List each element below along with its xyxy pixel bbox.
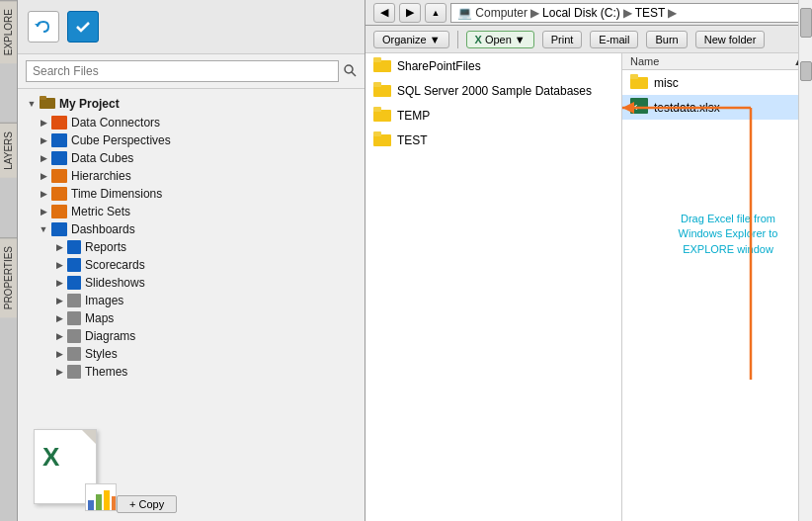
reports-icon [67, 240, 81, 254]
tree-item-cube-perspectives[interactable]: ▶ Cube Perspectives [18, 131, 365, 149]
list-item[interactable]: TEMP [365, 103, 621, 128]
path-computer: 💻 Computer [457, 6, 528, 20]
scorecards-icon [67, 258, 81, 272]
search-bar [18, 54, 365, 89]
svg-text:X: X [632, 103, 638, 112]
toolbar [18, 0, 365, 54]
column-header: Name ▲ [622, 53, 812, 70]
themes-icon [67, 365, 81, 379]
tree-item-styles[interactable]: ▶ Styles [18, 345, 365, 363]
folder-icon [373, 56, 391, 75]
layers-tab[interactable]: LAYERS [0, 123, 17, 178]
tree-item-maps[interactable]: ▶ Maps [18, 309, 365, 327]
right-scrollbar-v[interactable] [798, 53, 812, 521]
burn-button[interactable]: Burn [646, 31, 687, 48]
open-button[interactable]: X Open ▼ [466, 31, 534, 48]
list-item[interactable]: X testdata.xlsx [622, 95, 812, 120]
new-folder-button[interactable]: New folder [695, 31, 766, 48]
explore-tab[interactable]: EXPLORE [0, 0, 17, 63]
search-input[interactable] [26, 60, 339, 82]
folder-icon [373, 130, 391, 149]
hierarchies-icon [51, 169, 67, 183]
diagrams-icon [67, 329, 81, 343]
svg-rect-8 [112, 496, 116, 510]
images-icon [67, 294, 81, 307]
arrow-connector [622, 53, 812, 521]
svg-marker-0 [35, 24, 41, 27]
properties-tab[interactable]: PROPERTIES [0, 237, 17, 317]
tree-item-diagrams[interactable]: ▶ Diagrams [18, 327, 365, 345]
root-folder-icon [40, 95, 55, 112]
organize-button[interactable]: Organize ▼ [373, 31, 449, 48]
up-button[interactable]: ▲ [425, 3, 447, 23]
time-dimensions-icon [51, 187, 67, 201]
undo-button[interactable] [28, 11, 59, 43]
right-scroll-thumb[interactable] [800, 61, 812, 81]
svg-rect-5 [88, 500, 94, 510]
slideshows-icon [67, 276, 81, 290]
list-item[interactable]: TEST [365, 128, 621, 152]
tree-item-metric-sets[interactable]: ▶ Metric Sets [18, 203, 365, 220]
file-panes: SharePointFiles SQL Server 2000 Sample D… [365, 53, 812, 521]
folder-icon [373, 106, 391, 125]
path-localdisk: Local Disk (C:) [542, 6, 620, 20]
print-button[interactable]: Print [542, 31, 583, 48]
path-test: TEST [635, 6, 666, 20]
right-file-detail: Name ▲ misc X testdata.xlsx Drag Excel [622, 53, 812, 521]
tree-item-data-connectors[interactable]: ▶ Data Connectors [18, 114, 365, 131]
drag-hint: Drag Excel file from Windows Explorer to… [664, 212, 792, 257]
ribbon: Organize ▼ X Open ▼ Print E-mail Burn Ne… [365, 26, 812, 53]
ribbon-separator [457, 31, 458, 48]
excel-drag-icon[interactable]: X [34, 429, 113, 513]
svg-rect-16 [373, 131, 381, 136]
root-arrow: ▼ [26, 98, 38, 110]
tree-item-time-dimensions[interactable]: ▶ Time Dimensions [18, 185, 365, 203]
back-button[interactable]: ◀ [373, 3, 395, 23]
styles-icon [67, 347, 81, 361]
tree-item-slideshows[interactable]: ▶ Slideshows [18, 274, 365, 292]
data-cubes-icon [51, 151, 67, 165]
copy-button[interactable]: + Copy [117, 495, 177, 513]
list-item[interactable]: SharePointFiles [365, 53, 621, 78]
tree-item-hierarchies[interactable]: ▶ Hierarchies [18, 167, 365, 185]
tree-container: ▼ My Project ▶ Data Connectors ▶ Cube Pe… [18, 89, 365, 412]
dashboards-icon [51, 222, 67, 236]
svg-rect-12 [373, 82, 381, 87]
svg-rect-7 [104, 490, 110, 510]
svg-rect-10 [373, 57, 381, 62]
svg-rect-14 [373, 107, 381, 112]
tree-item-reports[interactable]: ▶ Reports [18, 238, 365, 256]
svg-rect-18 [630, 74, 638, 79]
svg-line-2 [352, 72, 356, 76]
xlsx-icon: X [630, 98, 648, 117]
svg-rect-6 [96, 494, 102, 510]
tree-root[interactable]: ▼ My Project [18, 93, 365, 114]
folder-icon [373, 81, 391, 100]
list-item[interactable]: SQL Server 2000 Sample Databases [365, 78, 621, 103]
forward-button[interactable]: ▶ [399, 3, 421, 23]
left-file-list: SharePointFiles SQL Server 2000 Sample D… [365, 53, 622, 521]
tree-item-themes[interactable]: ▶ Themes [18, 363, 365, 381]
folder-icon [630, 73, 648, 92]
tree-item-data-cubes[interactable]: ▶ Data Cubes [18, 149, 365, 167]
root-label: My Project [59, 97, 120, 111]
address-bar: ◀ ▶ ▲ 💻 Computer ▶ Local Disk (C:) ▶ TES… [365, 0, 812, 26]
email-button[interactable]: E-mail [590, 31, 638, 48]
list-item[interactable]: misc [622, 70, 812, 95]
svg-rect-4 [40, 96, 46, 100]
cube-perspectives-icon [51, 133, 67, 147]
tree-item-scorecards[interactable]: ▶ Scorecards [18, 256, 365, 274]
tree-item-images[interactable]: ▶ Images [18, 292, 365, 309]
tree-item-dashboards[interactable]: ▼ Dashboards [18, 220, 365, 238]
address-path: 💻 Computer ▶ Local Disk (C:) ▶ TEST ▶ [450, 3, 804, 23]
check-button[interactable] [67, 11, 99, 43]
data-connectors-icon [51, 116, 67, 130]
search-icon[interactable] [343, 63, 357, 80]
maps-icon [67, 311, 81, 325]
metric-sets-icon [51, 205, 67, 218]
svg-point-1 [345, 65, 353, 73]
